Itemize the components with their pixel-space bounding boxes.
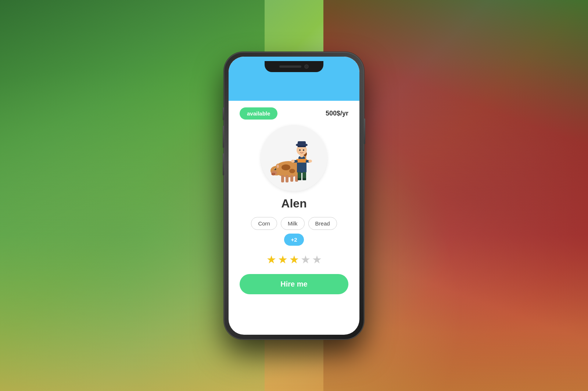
available-badge: available [240,107,277,120]
svg-rect-35 [298,146,306,147]
tag-more[interactable]: +2 [284,234,304,246]
svg-point-2 [282,164,290,170]
svg-point-25 [291,160,295,163]
svg-point-8 [274,173,275,174]
badge-price-row: available 500$/yr [240,101,348,123]
hire-button[interactable]: Hire me [240,274,348,294]
tag-corn[interactable]: Corn [251,217,277,230]
svg-point-6 [271,173,276,175]
svg-rect-15 [290,175,293,182]
star-2: ★ [278,253,288,266]
star-5: ★ [312,253,322,266]
phone-screen: available 500$/yr [229,57,359,335]
svg-point-12 [275,168,275,169]
farmer-name: Alen [281,197,306,210]
svg-point-26 [308,160,312,163]
star-3: ★ [289,253,299,266]
card-content: available 500$/yr [229,101,359,305]
svg-rect-13 [281,175,284,182]
phone-shell: available 500$/yr [224,52,364,339]
svg-point-11 [275,168,276,170]
power-button [364,118,365,144]
star-4: ★ [301,253,311,266]
svg-rect-14 [286,175,288,182]
farmer-avatar [261,125,327,191]
svg-point-36 [299,149,301,151]
front-camera [304,64,309,69]
tags-row: Corn Milk Bread +2 [240,217,348,246]
svg-rect-29 [298,178,301,180]
svg-point-10 [277,164,279,168]
svg-rect-22 [296,159,307,163]
svg-rect-34 [298,141,306,146]
mute-button [223,107,224,120]
speaker [279,65,301,68]
rating-stars: ★ ★ ★ ★ ★ [266,253,322,266]
phone-notch [265,61,323,72]
svg-point-7 [272,173,273,174]
price-label: 500$/yr [326,110,348,117]
tag-bread[interactable]: Bread [308,217,337,230]
volume-up-button [223,126,224,148]
svg-rect-30 [302,178,306,180]
star-1: ★ [266,253,276,266]
volume-down-button [223,153,224,175]
svg-rect-16 [295,175,298,182]
tag-milk[interactable]: Milk [281,217,305,230]
farmer-illustration [268,132,320,184]
svg-point-3 [289,169,295,173]
svg-point-37 [303,149,304,151]
phone: available 500$/yr [224,52,364,339]
